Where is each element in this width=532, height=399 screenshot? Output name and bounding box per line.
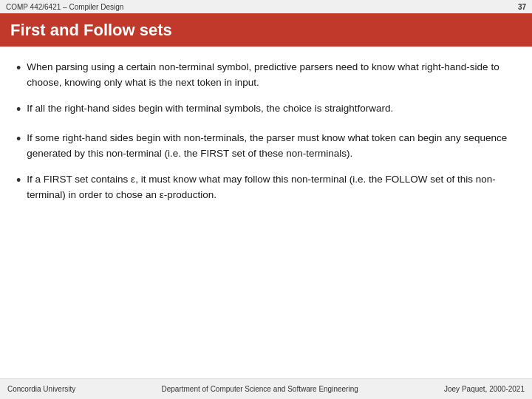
bullet-text: If all the right-hand sides begin with t… (27, 101, 516, 117)
course-label: COMP 442/6421 – Compiler Design (6, 3, 123, 11)
bullet-text: If a FIRST set contains ε, it must know … (27, 172, 516, 203)
bullet-dot: • (16, 100, 21, 120)
bullet-text: When parsing using a certain non-termina… (27, 60, 516, 91)
bullet-list: • When parsing using a certain non-termi… (16, 60, 516, 202)
content-area: • When parsing using a certain non-termi… (0, 47, 532, 257)
list-item: • If some right-hand sides begin with no… (16, 131, 516, 162)
footer: Concordia University Department of Compu… (0, 378, 532, 399)
list-item: • When parsing using a certain non-termi… (16, 60, 516, 91)
slide-number: 37 (518, 3, 526, 11)
title-bar: First and Follow sets (0, 13, 532, 47)
slide-title: First and Follow sets (10, 21, 172, 40)
bullet-text: If some right-hand sides begin with non-… (27, 131, 516, 162)
top-bar: COMP 442/6421 – Compiler Design 37 (0, 0, 532, 13)
bullet-dot: • (16, 58, 21, 79)
bullet-dot: • (16, 171, 21, 191)
list-item: • If all the right-hand sides begin with… (16, 101, 516, 120)
bullet-dot: • (16, 129, 21, 150)
footer-center: Department of Computer Science and Softw… (162, 385, 358, 393)
footer-right: Joey Paquet, 2000-2021 (444, 385, 525, 393)
list-item: • If a FIRST set contains ε, it must kno… (16, 172, 516, 203)
footer-left: Concordia University (7, 385, 75, 393)
